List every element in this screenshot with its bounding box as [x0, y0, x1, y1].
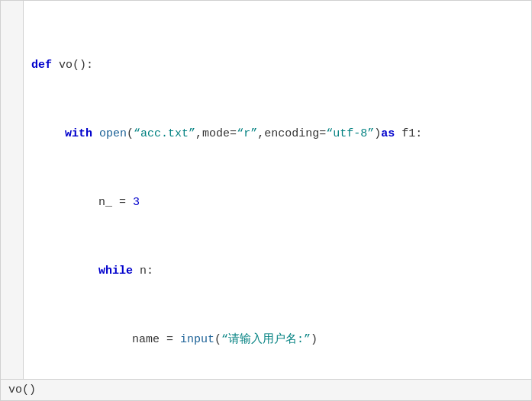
line-num-3 [14, 39, 19, 56]
line-num-10 [14, 156, 19, 173]
line-num-21 [14, 341, 19, 358]
space2 [395, 126, 401, 143]
fn-vo: vo [59, 57, 73, 74]
line-def-vo: def vo(): [31, 57, 524, 74]
fn-input1: input [180, 332, 214, 348]
space [112, 194, 119, 211]
paren-open: ( [127, 126, 134, 143]
comma2: , [257, 126, 264, 143]
keyword-as: as [381, 126, 395, 143]
line-name-assign: name = input(“请输入用户名:”) [31, 332, 524, 348]
line-num-15 [14, 240, 19, 257]
code-editor: def vo(): with open(“acc.txt”,mode=“r”,e… [0, 0, 532, 401]
line-num-5 [14, 72, 19, 89]
num-3: 3 [133, 194, 140, 211]
eq1: = [230, 126, 237, 143]
line-num-2 [14, 22, 19, 39]
comma1: , [195, 126, 202, 143]
space [160, 332, 166, 348]
line-num-12 [14, 190, 19, 207]
line-n-assign: n_ = 3 [31, 194, 524, 211]
str-username: “请输入用户名:” [221, 332, 311, 348]
line-num-4 [14, 56, 19, 72]
keyword-with: with [65, 126, 92, 143]
line-num-13 [14, 207, 19, 223]
line-num-7 [14, 106, 19, 123]
line-num-20 [14, 324, 19, 341]
line-num-17 [14, 274, 19, 290]
var-f1: f1 [401, 126, 415, 143]
bottom-text: vo() [8, 383, 36, 396]
param-encoding: encoding [264, 126, 319, 143]
colon: : [147, 263, 153, 280]
line-num-18 [14, 290, 19, 307]
code-area: def vo(): with open(“acc.txt”,mode=“r”,e… [1, 1, 531, 379]
line-num-9 [14, 140, 19, 156]
eq2: = [319, 126, 326, 143]
space2 [126, 194, 133, 211]
keyword-def: def [31, 57, 52, 74]
str-utf8: “utf-8” [326, 126, 374, 143]
fn-open: open [99, 126, 127, 143]
var-name: name [132, 332, 160, 348]
colon1: : [415, 126, 422, 143]
line-numbers [1, 1, 24, 379]
str-r: “r” [237, 126, 257, 143]
space [52, 57, 59, 74]
str-acc: “acc.txt” [134, 126, 195, 143]
line-num-6 [14, 89, 19, 106]
space [133, 263, 140, 280]
line-with-open: with open(“acc.txt”,mode=“r”,encoding=“u… [31, 126, 524, 143]
param-mode: mode [202, 126, 230, 143]
var-n2: n [140, 263, 147, 280]
eq: = [166, 332, 173, 348]
paren-close: ) [374, 126, 381, 143]
line-num-11 [14, 173, 19, 190]
line-num-16 [14, 257, 19, 274]
bottom-bar: vo() [1, 379, 531, 400]
line-num-1 [14, 5, 19, 22]
code-content: def vo(): with open(“acc.txt”,mode=“r”,e… [24, 1, 531, 379]
keyword-while: while [98, 263, 133, 280]
parens: (): [73, 57, 93, 74]
line-num-8 [14, 123, 19, 140]
space [92, 126, 99, 143]
eq: = [119, 194, 126, 211]
space2 [173, 332, 180, 348]
paren-o: ( [214, 332, 221, 348]
line-num-14 [14, 223, 19, 240]
line-while: while n: [31, 263, 524, 280]
line-num-19 [14, 307, 19, 324]
var-n: n_ [98, 194, 112, 211]
paren-c: ) [311, 332, 318, 348]
